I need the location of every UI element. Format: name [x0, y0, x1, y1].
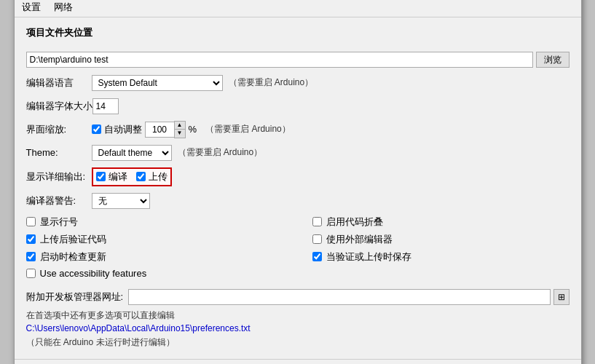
editor-fontsize-row: 编辑器字体大小 — [26, 98, 570, 115]
save-on-verify-label: 当验证或上传时保存 — [326, 250, 411, 264]
interface-scale-row: 界面缩放: 自动调整 ▲ ▼ % （需要重启 Arduino） — [26, 121, 570, 138]
scale-unit: % — [189, 124, 197, 135]
save-on-verify-row: 当验证或上传时保存 — [312, 250, 570, 264]
external-editor-checkbox[interactable] — [312, 234, 322, 244]
addon-url-input[interactable] — [128, 289, 551, 305]
menu-network[interactable]: 网络 — [54, 1, 73, 12]
upload-verify-checkbox[interactable] — [26, 234, 36, 244]
upload-verify-row: 上传后验证代码 — [26, 233, 283, 246]
accessibility-label: Use accessibility features — [40, 268, 147, 279]
accessibility-checkbox[interactable] — [26, 269, 36, 278]
addon-icon-button[interactable]: ⊞ — [553, 289, 570, 305]
scale-down-button[interactable]: ▼ — [175, 130, 185, 138]
enable-code-fold-row: 启用代码折叠 — [312, 215, 570, 229]
verbose-checkboxes: 编译 上传 — [92, 167, 172, 186]
theme-row: Theme: Default theme （需要重启 Arduino） — [26, 144, 570, 162]
show-line-numbers-checkbox[interactable] — [26, 217, 36, 226]
info-line1: 在首选项中还有更多选项可以直接编辑 — [26, 309, 570, 322]
editor-language-select[interactable]: System Default — [92, 75, 223, 91]
theme-note: （需要重启 Arduino） — [178, 146, 263, 159]
save-on-verify-checkbox[interactable] — [312, 252, 322, 261]
editor-fontsize-label: 编辑器字体大小 — [26, 100, 92, 113]
menu-bar: 设置 网络 — [15, 0, 581, 17]
enable-code-fold-checkbox[interactable] — [312, 217, 322, 226]
preferences-dialog: 首选项 × 设置 网络 项目文件夹位置 浏览 编辑器语言 System Defa… — [14, 0, 582, 364]
external-editor-row: 使用外部编辑器 — [312, 233, 570, 246]
scale-value-input[interactable] — [145, 122, 174, 138]
col-left: 显示行号 上传后验证代码 启动时检查更新 Use accessibility f… — [26, 215, 283, 283]
footer-buttons: 好 取消 — [15, 359, 581, 365]
project-folder-label: 项目文件夹位置 — [26, 26, 92, 39]
addon-label: 附加开发板管理器网址: — [26, 290, 128, 304]
scale-spinner: ▲ ▼ — [145, 121, 186, 138]
verbose-compile-checkbox[interactable] — [96, 172, 106, 181]
editor-language-label: 编辑器语言 — [26, 76, 92, 90]
auto-update-checkbox[interactable] — [26, 252, 36, 261]
verbose-upload-label: 上传 — [149, 170, 168, 183]
external-editor-label: 使用外部编辑器 — [326, 233, 393, 246]
col-right: 启用代码折叠 使用外部编辑器 当验证或上传时保存 — [312, 215, 570, 283]
scale-up-button[interactable]: ▲ — [175, 122, 185, 130]
addon-url-row: 附加开发板管理器网址: ⊞ — [26, 289, 570, 305]
upload-verify-label: 上传后验证代码 — [40, 233, 106, 246]
interface-scale-label: 界面缩放: — [26, 123, 92, 136]
theme-select[interactable]: Default theme — [92, 145, 172, 161]
editor-language-note: （需要重启 Arduino） — [229, 76, 314, 89]
project-path-input[interactable] — [26, 52, 533, 68]
compiler-warning-label: 编译器警告: — [26, 194, 92, 207]
show-line-numbers-label: 显示行号 — [40, 215, 78, 229]
accessibility-row: Use accessibility features — [26, 268, 283, 279]
enable-code-fold-label: 启用代码折叠 — [326, 215, 383, 229]
compiler-warning-row: 编译器警告: 无 — [26, 192, 570, 210]
scale-spinner-buttons: ▲ ▼ — [174, 121, 186, 138]
compiler-warning-select[interactable]: 无 — [92, 193, 150, 209]
auto-scale-label: 自动调整 — [104, 123, 142, 136]
menu-settings[interactable]: 设置 — [22, 1, 41, 12]
scale-controls: 自动调整 ▲ ▼ % （需要重启 Arduino） — [92, 121, 291, 138]
editor-fontsize-input[interactable] — [92, 98, 119, 114]
addon-icon: ⊞ — [558, 292, 565, 302]
auto-update-row: 启动时检查更新 — [26, 250, 283, 264]
verbose-upload-checkbox[interactable] — [136, 172, 146, 181]
theme-label: Theme: — [26, 147, 92, 158]
project-path-row: 浏览 — [26, 51, 570, 68]
auto-scale-checkbox[interactable] — [92, 124, 101, 134]
editor-language-row: 编辑器语言 System Default （需要重启 Arduino） — [26, 74, 570, 92]
browse-button[interactable]: 浏览 — [536, 52, 570, 68]
content-area: 项目文件夹位置 浏览 编辑器语言 System Default （需要重启 Ar… — [15, 17, 581, 359]
verbose-label: 显示详细输出: — [26, 170, 92, 183]
auto-update-label: 启动时检查更新 — [40, 250, 106, 264]
verbose-row: 显示详细输出: 编译 上传 — [26, 167, 570, 186]
show-line-numbers-row: 显示行号 — [26, 215, 283, 229]
info-line2: （只能在 Arduino 未运行时进行编辑） — [26, 336, 570, 349]
verbose-compile-label: 编译 — [109, 170, 127, 183]
checkboxes-section: 显示行号 上传后验证代码 启动时检查更新 Use accessibility f… — [26, 215, 570, 283]
interface-scale-note: （需要重启 Arduino） — [205, 123, 291, 135]
preferences-path-link[interactable]: C:\Users\lenovo\AppData\Local\Arduino15\… — [26, 323, 570, 333]
project-folder-row: 项目文件夹位置 — [26, 26, 570, 45]
